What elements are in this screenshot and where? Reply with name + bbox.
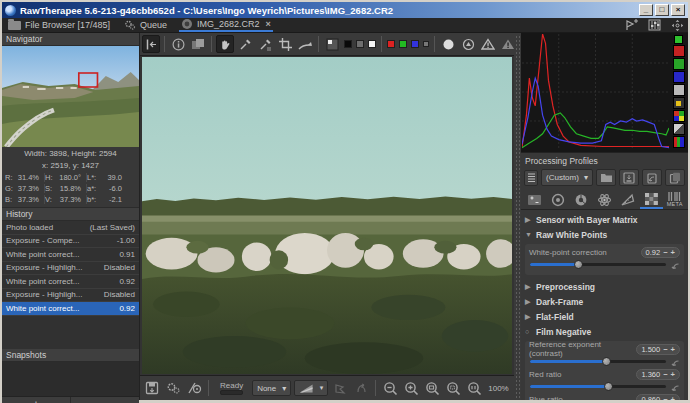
blue-channel-button[interactable] — [411, 40, 419, 48]
histogram-luminosity-toggle[interactable] — [673, 84, 685, 96]
slider-handle[interactable] — [574, 260, 583, 269]
section-preprocessing[interactable]: ▶ Preprocessing — [525, 279, 684, 294]
zoom-in-button[interactable] — [402, 379, 420, 397]
plus-icon[interactable]: + — [671, 248, 675, 257]
zoom-fit-screen-button[interactable] — [423, 379, 441, 397]
section-dark-frame[interactable]: ▶ Dark-Frame — [525, 294, 684, 309]
history-row[interactable]: White point correct...0.91 — [2, 248, 139, 262]
section-film-negative[interactable]: ○ Film Negative — [525, 324, 684, 339]
zoom-fit-crop-button[interactable] — [444, 379, 462, 397]
tab-image-editor[interactable]: IMG_2682.CR2 × — [179, 18, 273, 32]
minus-icon[interactable]: − — [663, 345, 667, 354]
ref-exponent-spinner[interactable]: 1.500 − + — [636, 344, 680, 355]
hide-left-panel-button[interactable] — [142, 35, 160, 53]
hand-tool-button[interactable] — [216, 35, 234, 53]
copy-profile-button[interactable] — [665, 169, 685, 186]
tab-close-icon[interactable]: × — [266, 19, 271, 29]
histogram-raw-toggle[interactable] — [673, 123, 685, 135]
crop-tool-button[interactable] — [276, 35, 294, 53]
green-channel-button[interactable] — [399, 40, 407, 48]
add-to-queue-button[interactable] — [164, 379, 182, 397]
save-image-button[interactable] — [143, 379, 161, 397]
save-profile-button[interactable] — [619, 169, 639, 186]
history-row[interactable]: Exposure - Highligh...Disabled — [2, 289, 139, 303]
info-button[interactable] — [169, 35, 187, 53]
background-color-theme-button[interactable] — [323, 35, 341, 53]
reset-icon[interactable] — [670, 383, 680, 393]
plus-icon[interactable]: + — [671, 370, 675, 379]
section-flat-field[interactable]: ▶ Flat-Field — [525, 309, 684, 324]
paste-profile-button[interactable] — [642, 169, 662, 186]
minimize-button[interactable]: _ — [639, 4, 653, 16]
history-row[interactable]: Exposure - Highligh...Disabled — [2, 262, 139, 276]
minus-icon[interactable]: − — [663, 370, 667, 379]
tab-detail[interactable] — [546, 190, 568, 209]
tab-metadata[interactable]: META — [664, 190, 686, 209]
red-ratio-spinner[interactable]: 1.360 − + — [636, 369, 680, 380]
external-editor-button[interactable] — [185, 379, 203, 397]
before-after-view-button[interactable] — [189, 35, 207, 53]
slider-handle[interactable] — [602, 357, 611, 366]
background-color-gray-button[interactable] — [356, 40, 364, 48]
close-button[interactable]: × — [671, 4, 685, 16]
tab-advanced[interactable] — [593, 190, 615, 209]
load-profile-button[interactable] — [596, 169, 616, 186]
tab-color[interactable] — [570, 190, 592, 209]
white-point-spinner[interactable]: 0.92 − + — [641, 247, 680, 258]
color-picker-tool-button[interactable] — [236, 35, 254, 53]
histogram-bar-toggle[interactable] — [673, 136, 685, 148]
preview-mode-select[interactable]: ▾ — [294, 380, 328, 396]
panel-resize-grip[interactable] — [514, 33, 521, 400]
pan-fullscreen-icon[interactable] — [671, 19, 684, 32]
plus-icon[interactable]: + — [671, 345, 675, 354]
section-sensor-bayer[interactable]: ▶ Sensor with Bayer Matrix — [525, 212, 684, 227]
navigate-next-button[interactable] — [352, 379, 370, 397]
tab-queue[interactable]: Queue — [122, 18, 169, 32]
white-balance-picker-button[interactable] — [256, 35, 274, 53]
luminosity-channel-button[interactable] — [423, 41, 429, 47]
tab-transform[interactable] — [617, 190, 639, 209]
maximize-button[interactable]: □ — [655, 4, 669, 16]
preferences-sliders-icon[interactable] — [648, 19, 661, 31]
ref-exponent-slider[interactable] — [529, 355, 667, 368]
color-profile-select[interactable]: None ▾ — [252, 380, 291, 396]
tab-exposure[interactable] — [523, 190, 545, 209]
histogram-chroma-toggle[interactable] — [673, 110, 685, 122]
histogram-mode-toggle[interactable] — [673, 97, 685, 109]
reset-icon[interactable] — [670, 358, 680, 368]
flag-plus-icon[interactable] — [624, 19, 638, 31]
blue-ratio-spinner[interactable]: 0.860 − + — [636, 394, 680, 401]
sharpening-warning-button[interactable] — [479, 35, 497, 53]
tab-file-browser[interactable]: File Browser [17/485] — [6, 18, 112, 32]
shadow-clipping-button[interactable] — [459, 35, 477, 53]
history-row[interactable]: Exposure - Compe...-1.00 — [2, 235, 139, 249]
red-channel-button[interactable] — [387, 40, 395, 48]
histogram-blue-toggle[interactable] — [673, 71, 685, 83]
history-row-selected[interactable]: White point correct...0.92 — [2, 302, 139, 316]
power-toggle-icon[interactable]: ○ — [525, 328, 532, 335]
plus-icon[interactable]: + — [671, 395, 675, 401]
minus-icon[interactable]: − — [663, 248, 667, 257]
profile-select[interactable]: (Custom) ▾ — [541, 169, 593, 186]
remove-snapshot-button[interactable]: − — [70, 397, 139, 403]
straighten-tool-button[interactable] — [296, 35, 314, 53]
background-color-black-button[interactable] — [344, 40, 352, 48]
minus-icon[interactable]: − — [663, 395, 667, 401]
section-raw-white-points[interactable]: ▼ Raw White Points — [525, 227, 684, 242]
slider-handle[interactable] — [604, 382, 613, 391]
history-row[interactable]: Photo loaded(Last Saved) — [2, 221, 139, 235]
image-canvas[interactable] — [142, 57, 512, 374]
zoom-out-button[interactable] — [381, 379, 399, 397]
add-snapshot-button[interactable]: + — [2, 397, 70, 403]
background-color-white-button[interactable] — [368, 40, 376, 48]
reset-icon[interactable] — [670, 261, 680, 271]
profile-fill-mode-button[interactable] — [524, 170, 538, 186]
navigate-previous-button[interactable] — [331, 379, 349, 397]
histogram-red-toggle[interactable] — [673, 45, 685, 57]
highlight-clipping-button[interactable] — [439, 35, 457, 53]
zoom-100-button[interactable] — [465, 379, 483, 397]
histogram-green-toggle[interactable] — [673, 58, 685, 70]
tab-raw[interactable] — [640, 190, 662, 209]
history-row[interactable]: White point correct...0.92 — [2, 275, 139, 289]
navigator-thumbnail[interactable] — [2, 46, 139, 147]
